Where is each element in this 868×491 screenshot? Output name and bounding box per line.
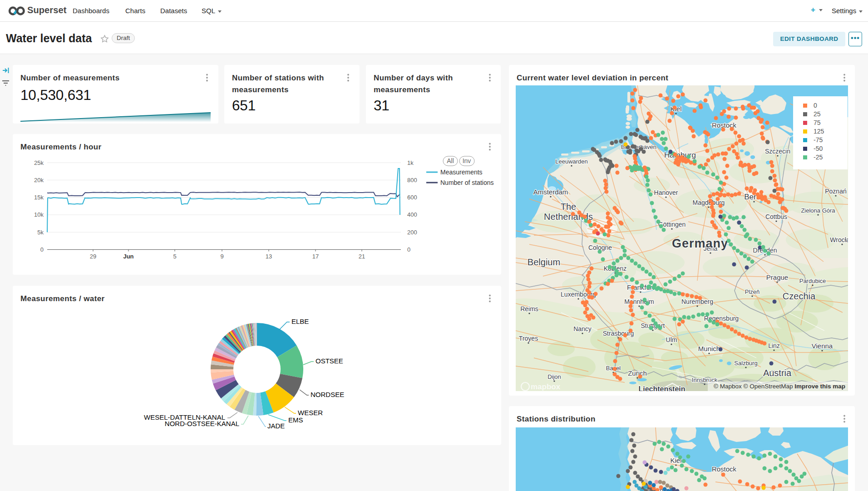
svg-text:13: 13 — [266, 253, 272, 260]
svg-text:Zielona Góra: Zielona Góra — [801, 207, 835, 214]
svg-text:200: 200 — [407, 229, 417, 236]
svg-text:17: 17 — [312, 253, 319, 260]
svg-text:5k: 5k — [37, 229, 44, 236]
svg-text:Reims: Reims — [520, 305, 538, 312]
svg-text:Germany: Germany — [672, 237, 728, 250]
svg-text:9: 9 — [220, 253, 223, 260]
svg-text:0: 0 — [40, 246, 44, 253]
svg-text:Cottbus: Cottbus — [765, 213, 787, 220]
svg-text:Szczecin: Szczecin — [765, 148, 790, 155]
svg-text:1k: 1k — [407, 159, 414, 166]
svg-text:All: All — [447, 157, 454, 164]
svg-text:10k: 10k — [34, 211, 44, 218]
svg-text:ELBE: ELBE — [291, 317, 309, 325]
svg-text:Austria: Austria — [763, 368, 792, 378]
svg-text:OSTSEE: OSTSEE — [316, 357, 343, 365]
svg-text:15k: 15k — [34, 194, 44, 201]
svg-text:29: 29 — [90, 253, 96, 260]
svg-text:0: 0 — [814, 102, 817, 109]
svg-text:Wrocław: Wrocław — [830, 236, 848, 243]
svg-text:Linz: Linz — [768, 342, 780, 349]
svg-text:The: The — [561, 202, 576, 212]
svg-text:Mannheim: Mannheim — [624, 298, 654, 305]
svg-text:Pardubice: Pardubice — [799, 278, 826, 284]
svg-text:400: 400 — [407, 211, 417, 218]
svg-text:Nancy: Nancy — [573, 325, 592, 332]
svg-text:Poznań: Poznań — [825, 188, 846, 195]
svg-text:Zurich: Zurich — [628, 369, 647, 377]
svg-text:Salzburg: Salzburg — [734, 360, 757, 367]
svg-text:600: 600 — [407, 194, 417, 201]
svg-text:Nuremberg: Nuremberg — [681, 298, 713, 305]
svg-text:Plzeň: Plzeň — [745, 288, 760, 295]
svg-text:Jun: Jun — [123, 253, 133, 260]
svg-text:Number of stations: Number of stations — [440, 179, 494, 186]
svg-text:NORDSEE: NORDSEE — [311, 391, 344, 398]
svg-text:Measurements: Measurements — [440, 169, 483, 176]
svg-text:Prague: Prague — [766, 273, 788, 281]
svg-text:© Mapbox © OpenStreetMap Impro: © Mapbox © OpenStreetMap Improve this ma… — [714, 383, 845, 390]
svg-text:Ulm: Ulm — [666, 336, 677, 343]
svg-text:-25: -25 — [814, 154, 823, 161]
svg-text:mapbox: mapbox — [531, 382, 561, 391]
svg-text:21: 21 — [359, 253, 365, 260]
svg-text:WESEL-DATTELN-KANAL: WESEL-DATTELN-KANAL — [144, 413, 225, 421]
svg-text:Belgium: Belgium — [528, 257, 560, 267]
svg-text:Amsterdam: Amsterdam — [533, 188, 568, 196]
svg-text:25k: 25k — [34, 159, 44, 166]
svg-text:Dijon: Dijon — [547, 373, 561, 380]
svg-text:JADE: JADE — [267, 422, 285, 430]
svg-text:Hanover: Hanover — [654, 189, 678, 196]
svg-text:WESER: WESER — [298, 409, 323, 417]
svg-text:Troyes: Troyes — [519, 335, 538, 342]
svg-text:-75: -75 — [814, 136, 823, 144]
svg-text:EMS: EMS — [288, 416, 303, 424]
svg-text:Vienna: Vienna — [812, 342, 833, 350]
svg-text:0: 0 — [407, 246, 410, 253]
svg-text:Leeuwarden: Leeuwarden — [555, 158, 588, 165]
svg-text:Rostock: Rostock — [712, 465, 737, 473]
svg-text:5: 5 — [173, 253, 176, 260]
svg-text:75: 75 — [814, 119, 821, 126]
svg-text:Liechtenstein: Liechtenstein — [638, 385, 685, 391]
svg-text:20k: 20k — [34, 177, 44, 184]
svg-text:-50: -50 — [814, 145, 823, 152]
svg-text:Inv: Inv — [463, 157, 471, 164]
svg-text:800: 800 — [407, 177, 417, 184]
svg-text:125: 125 — [814, 128, 824, 135]
svg-text:25: 25 — [814, 110, 821, 118]
svg-text:Czechia: Czechia — [783, 291, 816, 301]
svg-text:Munich: Munich — [698, 345, 720, 352]
